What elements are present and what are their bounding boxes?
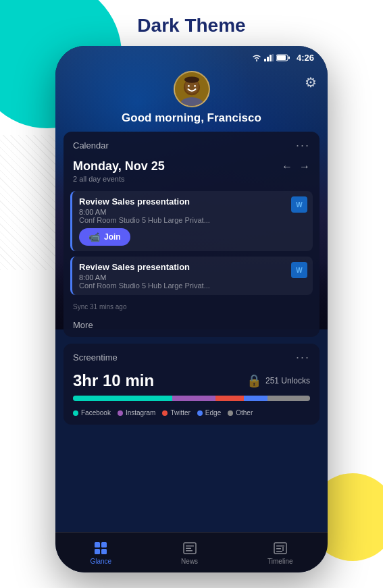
svg-rect-16 bbox=[95, 549, 100, 554]
avatar-image bbox=[175, 71, 209, 107]
nav-news-label: News bbox=[181, 558, 198, 565]
legend-item-facebook: Facebook bbox=[73, 409, 111, 417]
legend-dot-edge bbox=[197, 410, 203, 416]
event-1-title: Review Sales presentation bbox=[79, 196, 306, 207]
legend-item-edge: Edge bbox=[197, 409, 221, 417]
svg-rect-21 bbox=[186, 550, 193, 552]
svg-rect-19 bbox=[186, 545, 194, 547]
legend-item-other: Other bbox=[228, 409, 253, 417]
event-2-location: Conf Room Studio 5 Hub Large Privat... bbox=[79, 282, 306, 290]
svg-rect-24 bbox=[276, 548, 281, 550]
timeline-icon bbox=[273, 541, 288, 556]
status-bar: 4:26 bbox=[55, 46, 328, 65]
svg-rect-3 bbox=[272, 54, 274, 61]
screentime-section-title: Screentime bbox=[73, 352, 118, 363]
calendar-more-icon[interactable]: ··· bbox=[296, 138, 310, 153]
screentime-legend: FacebookInstagramTwitterEdgeOther bbox=[63, 406, 320, 425]
legend-item-instagram: Instagram bbox=[118, 409, 155, 417]
legend-dot-twitter bbox=[162, 410, 168, 416]
nav-news[interactable]: News bbox=[181, 541, 198, 565]
page-title: Dark Theme bbox=[0, 15, 383, 36]
nav-glance-label: Glance bbox=[90, 558, 111, 565]
svg-point-11 bbox=[194, 85, 196, 87]
sync-time-label: Sync 31 mins ago bbox=[63, 300, 320, 316]
news-icon bbox=[182, 541, 197, 556]
svg-rect-15 bbox=[101, 542, 107, 547]
svg-point-10 bbox=[187, 85, 189, 87]
svg-rect-0 bbox=[264, 59, 266, 61]
svg-rect-23 bbox=[276, 545, 284, 547]
legend-dot-other bbox=[228, 410, 233, 416]
event-1-app-icon: W bbox=[291, 196, 307, 213]
legend-item-twitter: Twitter bbox=[162, 409, 190, 417]
event-1-time: 8:00 AM bbox=[79, 208, 306, 216]
legend-label-edge: Edge bbox=[205, 409, 221, 417]
svg-rect-26 bbox=[276, 551, 282, 552]
join-icon: 📹 bbox=[88, 232, 100, 242]
calendar-event-2: W Review Sales presentation 8:00 AM Conf… bbox=[70, 257, 313, 295]
bg-lines-pattern bbox=[0, 135, 61, 338]
svg-rect-14 bbox=[95, 542, 100, 547]
battery-icon bbox=[276, 54, 290, 61]
legend-label-facebook: Facebook bbox=[81, 409, 111, 417]
calendar-card-header: Calendar ··· bbox=[63, 132, 320, 157]
phone-frame: 4:26 ⚙ bbox=[55, 46, 328, 572]
legend-dot-facebook bbox=[73, 410, 78, 416]
nav-glance[interactable]: Glance bbox=[90, 541, 111, 565]
legend-label-other: Other bbox=[236, 409, 253, 417]
calendar-prev-arrow[interactable]: ← bbox=[282, 161, 292, 173]
legend-label-twitter: Twitter bbox=[170, 409, 190, 417]
calendar-section-title: Calendar bbox=[73, 140, 109, 151]
fingerprint-icon: 🔒 bbox=[247, 373, 261, 388]
unlocks-container: 🔒 251 Unlocks bbox=[247, 373, 310, 388]
calendar-next-arrow[interactable]: → bbox=[299, 161, 310, 173]
event-2-title: Review Sales presentation bbox=[79, 262, 306, 272]
screentime-card: Screentime ··· 3hr 10 min 🔒 251 Unlocks … bbox=[63, 344, 320, 425]
svg-rect-6 bbox=[288, 57, 290, 59]
avatar bbox=[174, 71, 210, 107]
svg-point-12 bbox=[184, 76, 199, 82]
calendar-card: Calendar ··· Monday, Nov 25 ← → 2 all da… bbox=[63, 132, 320, 337]
signal-icon bbox=[264, 54, 274, 61]
svg-rect-17 bbox=[101, 549, 107, 554]
glance-icon bbox=[93, 541, 108, 556]
nav-timeline[interactable]: Timeline bbox=[267, 541, 292, 565]
status-icons bbox=[252, 54, 290, 61]
calendar-more-label[interactable]: More bbox=[63, 316, 320, 337]
greeting-text: Good morning, Francisco bbox=[55, 111, 328, 125]
unlocks-count: 251 Unlocks bbox=[265, 376, 310, 385]
wifi-icon bbox=[252, 54, 261, 61]
avatar-container bbox=[55, 71, 328, 107]
join-button[interactable]: 📹 Join bbox=[79, 228, 130, 246]
settings-icon[interactable]: ⚙ bbox=[305, 74, 317, 90]
svg-rect-2 bbox=[270, 55, 272, 61]
legend-dot-instagram bbox=[118, 410, 123, 416]
event-2-time: 8:00 AM bbox=[79, 273, 306, 282]
screentime-progress-bar bbox=[73, 396, 310, 401]
cards-area: Calendar ··· Monday, Nov 25 ← → 2 all da… bbox=[55, 132, 328, 572]
nav-timeline-label: Timeline bbox=[267, 558, 292, 565]
bottom-nav: Glance News Timeline bbox=[55, 532, 328, 572]
screentime-more-icon[interactable]: ··· bbox=[296, 350, 310, 365]
status-time: 4:26 bbox=[297, 53, 314, 63]
screentime-main: 3hr 10 min 🔒 251 Unlocks bbox=[63, 369, 320, 396]
svg-rect-5 bbox=[277, 55, 286, 60]
join-label: Join bbox=[104, 232, 121, 242]
screentime-total: 3hr 10 min bbox=[73, 371, 154, 390]
calendar-date: Monday, Nov 25 bbox=[73, 159, 165, 173]
screentime-header: Screentime ··· bbox=[63, 344, 320, 369]
svg-rect-1 bbox=[267, 57, 269, 61]
event-2-app-icon: W bbox=[291, 262, 307, 278]
svg-rect-20 bbox=[186, 547, 191, 549]
calendar-nav: ← → bbox=[282, 161, 310, 173]
calendar-event-1: W Review Sales presentation 8:00 AM Conf… bbox=[70, 191, 313, 251]
event-1-location: Conf Room Studio 5 Hub Large Privat... bbox=[79, 216, 306, 224]
calendar-date-row: Monday, Nov 25 ← → bbox=[63, 157, 320, 175]
phone-inner: 4:26 ⚙ bbox=[55, 46, 328, 572]
legend-label-instagram: Instagram bbox=[126, 409, 155, 417]
all-day-events-label: 2 all day events bbox=[63, 175, 320, 188]
